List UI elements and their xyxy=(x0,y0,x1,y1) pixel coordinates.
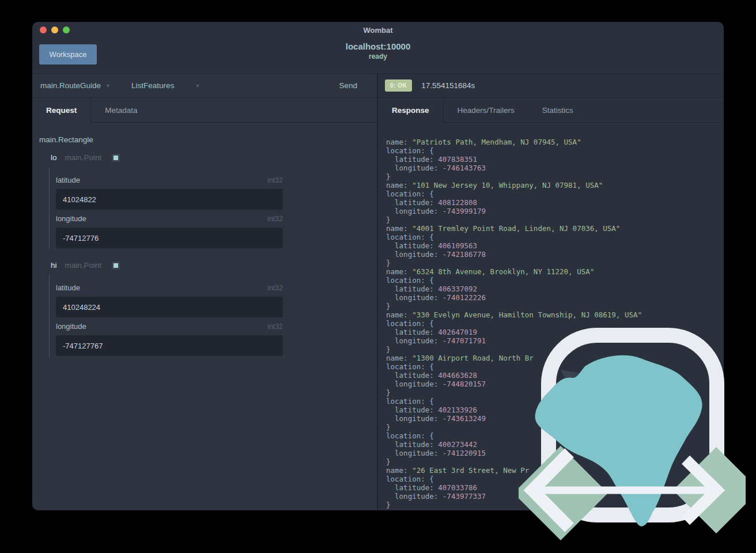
field-enabled-checkbox[interactable] xyxy=(112,154,120,162)
latitude-input[interactable] xyxy=(56,189,283,210)
response-line: name: "101 New Jersey 10, Whippany, NJ 0… xyxy=(386,181,724,190)
field-group-lo: lo main.Point latitude int32 xyxy=(51,153,369,249)
request-tabs: Request Metadata xyxy=(32,98,377,123)
titlebar: Wombat xyxy=(32,22,724,38)
field-type: main.Point xyxy=(65,153,102,162)
longitude-input[interactable] xyxy=(56,228,283,248)
field-proto-type: int32 xyxy=(267,215,283,223)
longitude-input[interactable] xyxy=(56,335,283,356)
response-line: longitude: -742186778 xyxy=(386,250,724,259)
request-content: main.Rectangle lo main.Point latitude xyxy=(32,123,377,510)
response-line: longitude: -746143763 xyxy=(386,164,724,172)
response-line: location: { xyxy=(386,233,724,241)
desktop: { "window_title": "Wombat", "header": { … xyxy=(0,0,756,553)
response-line: } xyxy=(386,259,724,267)
tab-statistics[interactable]: Statistics xyxy=(528,98,587,122)
tab-request[interactable]: Request xyxy=(32,98,91,122)
response-line: name: "6324 8th Avenue, Brooklyn, NY 112… xyxy=(386,267,724,276)
field-group-body: latitude int32 longitude int32 xyxy=(49,275,369,357)
field-proto-type: int32 xyxy=(267,284,283,292)
field-group-hi: hi main.Point latitude int32 xyxy=(51,261,369,357)
latitude-input[interactable] xyxy=(56,297,283,317)
response-line: name: "4001 Tremley Point Road, Linden, … xyxy=(386,224,724,233)
request-pane: main.RouteGuide ▾ ListFeatures ▾ Send Re… xyxy=(32,74,377,510)
response-toolbar: 0: OK 17.554151684s xyxy=(378,74,724,98)
header-row: Workspace localhost:10000 ready xyxy=(32,38,724,74)
host-address: localhost:10000 xyxy=(32,41,724,51)
field-label: longitude xyxy=(56,214,86,223)
field-proto-type: int32 xyxy=(267,176,283,184)
call-duration: 17.554151684s xyxy=(421,81,475,90)
response-line: } xyxy=(386,215,724,224)
response-line: location: { xyxy=(386,146,724,155)
wombat-logo xyxy=(519,320,746,553)
field-group-header: lo main.Point xyxy=(51,153,369,162)
response-line: location: { xyxy=(386,276,724,285)
send-button[interactable]: Send xyxy=(339,81,357,90)
response-line: } xyxy=(386,302,724,310)
response-line: location: { xyxy=(386,190,724,198)
response-line: longitude: -743999179 xyxy=(386,207,724,215)
minimize-button[interactable] xyxy=(51,26,58,33)
tab-response[interactable]: Response xyxy=(378,98,444,122)
close-button[interactable] xyxy=(40,26,47,33)
field-proto-type: int32 xyxy=(267,323,283,331)
service-select-value: main.RouteGuide xyxy=(40,81,101,90)
connection-status: localhost:10000 ready xyxy=(32,41,724,60)
connection-state: ready xyxy=(32,52,724,60)
tab-metadata[interactable]: Metadata xyxy=(91,98,151,122)
chevron-down-icon: ▾ xyxy=(196,82,199,89)
field-group-header: hi main.Point xyxy=(51,261,369,270)
response-tabs: Response Headers/Trailers Statistics xyxy=(378,98,724,123)
field-label: longitude xyxy=(56,322,86,331)
field-group-body: latitude int32 longitude int32 xyxy=(49,168,369,249)
method-select[interactable]: ListFeatures ▾ xyxy=(131,81,199,90)
field-label: latitude xyxy=(56,283,80,292)
request-form: main.Rectangle lo main.Point latitude xyxy=(32,123,377,357)
zoom-button[interactable] xyxy=(63,26,70,33)
field-name: hi xyxy=(51,261,57,270)
form-row: longitude int32 xyxy=(56,322,283,356)
chevron-down-icon: ▾ xyxy=(107,82,109,89)
field-name: lo xyxy=(51,153,57,162)
form-row: latitude int32 xyxy=(56,176,283,210)
response-line: latitude: 407838351 xyxy=(386,155,724,164)
response-line: longitude: -740122226 xyxy=(386,293,724,302)
message-type-label: main.Rectangle xyxy=(39,135,369,144)
field-enabled-checkbox[interactable] xyxy=(112,262,120,270)
form-row: latitude int32 xyxy=(56,283,283,317)
service-select[interactable]: main.RouteGuide ▾ xyxy=(40,81,109,90)
response-line: name: "Patriots Path, Mendham, NJ 07945,… xyxy=(386,138,724,146)
response-line: } xyxy=(386,172,724,181)
traffic-lights xyxy=(40,26,70,33)
field-label: latitude xyxy=(56,176,80,184)
response-line: latitude: 406337092 xyxy=(386,285,724,293)
method-select-value: ListFeatures xyxy=(131,81,174,90)
response-line: name: "330 Evelyn Avenue, Hamilton Towns… xyxy=(386,310,724,319)
field-type: main.Point xyxy=(65,261,102,270)
request-toolbar: main.RouteGuide ▾ ListFeatures ▾ Send xyxy=(32,74,377,98)
window-title: Wombat xyxy=(32,22,724,39)
status-badge: 0: OK xyxy=(385,79,412,92)
response-line: latitude: 408122808 xyxy=(386,198,724,207)
form-row: longitude int32 xyxy=(56,214,283,248)
tab-headers-trailers[interactable]: Headers/Trailers xyxy=(444,98,528,122)
response-line: latitude: 406109563 xyxy=(386,241,724,250)
